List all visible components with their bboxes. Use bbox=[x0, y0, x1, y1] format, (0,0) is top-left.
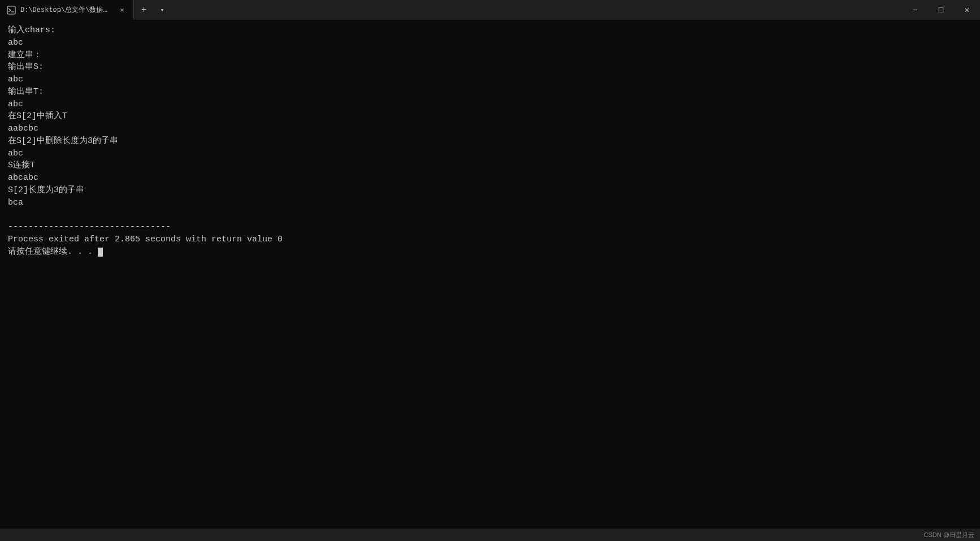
statusbar-text: CSDN @日星月云 bbox=[924, 531, 974, 539]
close-button[interactable]: ✕ bbox=[954, 0, 980, 20]
window-controls: ─ □ ✕ bbox=[902, 0, 980, 20]
tab-close-button[interactable]: ✕ bbox=[118, 6, 127, 15]
terminal-text: 输入chars: abc 建立串： 输出串S: abc 输出串T: abc 在S… bbox=[8, 24, 972, 258]
terminal-output[interactable]: 输入chars: abc 建立串： 输出串S: abc 输出串T: abc 在S… bbox=[0, 20, 980, 529]
terminal-window: D:\Desktop\总文件\数据结构( ✕ + ▾ ─ □ ✕ 输入chars… bbox=[0, 0, 980, 541]
statusbar: CSDN @日星月云 bbox=[0, 529, 980, 541]
minimize-button[interactable]: ─ bbox=[902, 0, 928, 20]
maximize-button[interactable]: □ bbox=[928, 0, 954, 20]
titlebar: D:\Desktop\总文件\数据结构( ✕ + ▾ ─ □ ✕ bbox=[0, 0, 980, 20]
active-tab[interactable]: D:\Desktop\总文件\数据结构( ✕ bbox=[0, 0, 134, 20]
titlebar-left: D:\Desktop\总文件\数据结构( ✕ + ▾ bbox=[0, 0, 171, 20]
new-tab-button[interactable]: + bbox=[134, 0, 154, 20]
cursor bbox=[98, 248, 103, 257]
tab-dropdown-button[interactable]: ▾ bbox=[154, 0, 171, 20]
terminal-icon bbox=[7, 6, 16, 15]
tab-title: D:\Desktop\总文件\数据结构( bbox=[20, 5, 111, 15]
